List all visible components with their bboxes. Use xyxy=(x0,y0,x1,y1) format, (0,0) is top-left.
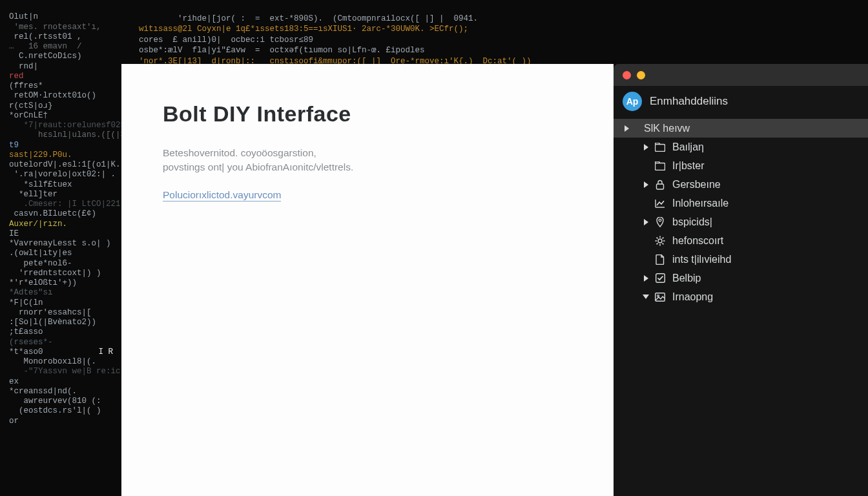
close-icon[interactable] xyxy=(623,71,631,79)
code-line: *'r*elOßtı'+)) xyxy=(9,278,77,287)
code-line: rnd| xyxy=(9,62,38,71)
code-line: pete*nol6- xyxy=(9,259,72,268)
code-line: '.ra|vorelo|oxt02:| . xyxy=(9,170,116,179)
tree-item[interactable]: Inloheırsaıle xyxy=(614,194,868,212)
code-line: Olut|n xyxy=(9,12,38,21)
code-line: t9 xyxy=(9,141,19,150)
code-line: sast|229.P0u. xyxy=(9,150,72,160)
code-line: casvn.BIluetc(£¢) xyxy=(9,209,96,218)
image-icon xyxy=(654,291,666,303)
folder-icon xyxy=(654,160,666,172)
minimize-icon[interactable] xyxy=(637,71,645,79)
code-line: hɛslnl|ulans.([(|3 xyxy=(9,130,125,140)
chevron-right-icon[interactable] xyxy=(642,181,650,189)
code-line: *7|reaut:orelunesf025". xyxy=(9,121,135,130)
folder-icon xyxy=(654,141,666,153)
explorer-panel: Ap Enmhahddeliins SlK heıvwBaıljaηIr|bst… xyxy=(614,64,868,496)
code-line: *creanssd|nd(. xyxy=(9,387,77,396)
code-line: (eostdcs.rs'l|( ) xyxy=(9,406,101,415)
tree-item[interactable]: ints t|ilıvieihd xyxy=(614,250,868,269)
code-line: .Cmeser: |I LtCO|221- xyxy=(9,200,125,209)
doc-lead: Beteshovernitod. coyoöosgarstion, povsti… xyxy=(163,146,572,175)
tree-item-label: ints t|ilıvieihd xyxy=(672,254,731,265)
svg-line-10 xyxy=(663,243,664,244)
code-line: *F|C(ln xyxy=(9,298,43,307)
doc-link[interactable]: Poluciorıxlictod.vayurvcom xyxy=(163,189,281,202)
code-line: osbe*:ælV fla|yi"£avw = octxəf(tıumon so… xyxy=(129,46,425,55)
tree-item[interactable]: hefonscoırt xyxy=(614,231,868,250)
code-left-pane: Olut|n 'mes. rnotesaxt'ı, rel(.rtsst01 ,… xyxy=(0,0,121,496)
chart-icon xyxy=(654,198,666,209)
avatar[interactable]: Ap xyxy=(623,92,642,111)
tree-item[interactable]: Gersbeıne xyxy=(614,175,868,194)
code-line: C.nretCoDics) xyxy=(9,52,82,61)
svg-point-3 xyxy=(659,219,661,222)
tree-item-label: Gersbeıne xyxy=(672,179,721,191)
tree-item-label: Baıljaη xyxy=(672,141,704,153)
svg-line-9 xyxy=(657,237,658,238)
tree-item-label: SlK heıvw xyxy=(644,123,690,134)
tree-item-label: bspicids| xyxy=(672,216,712,228)
code-line: red xyxy=(9,72,24,81)
chevron-down-icon[interactable] xyxy=(642,293,650,301)
chevron-right-icon[interactable] xyxy=(642,143,650,151)
code-line: … 16 emavn / xyxy=(9,42,82,51)
code-line: 'rredntstcoxt|) ) xyxy=(9,269,101,278)
code-line: Auxer/|rızn. xyxy=(9,220,67,229)
code-line: (ffres* xyxy=(9,81,43,90)
tree-item-label: Ir|bster xyxy=(672,160,705,172)
code-line: *ell]ter xyxy=(9,190,57,199)
code-line: :[So|l(|Bvènato2)) xyxy=(9,318,96,327)
code-line: -"7Yassvn we|B re:ic(£R xyxy=(9,367,135,376)
document-panel: Bolt DIY Interface Beteshovernitod. coyo… xyxy=(121,64,614,496)
pin-icon xyxy=(654,216,666,228)
code-line: (rseses*- xyxy=(9,338,53,347)
code-line: cores £ anill)0| ocbec:i tcbosr≤89 xyxy=(129,36,313,45)
check-icon xyxy=(654,273,666,284)
svg-line-12 xyxy=(663,237,664,238)
code-line: ;t£asso xyxy=(9,327,43,336)
doc-icon xyxy=(654,254,666,265)
tree-item[interactable]: SlK heıvw xyxy=(614,119,868,138)
tree-item[interactable]: bspicids| xyxy=(614,212,868,231)
file-tree[interactable]: SlK heıvwBaıljaηIr|bsterGersbeıneInloheı… xyxy=(614,118,868,306)
code-line: *sllf£tuex xyxy=(9,180,72,189)
chevron-right-icon[interactable] xyxy=(642,274,650,282)
code-line: outelordV|.esl:1[(o1|K. xyxy=(9,160,121,169)
window-titlebar[interactable] xyxy=(614,64,868,86)
chevron-right-icon[interactable] xyxy=(642,218,650,226)
tree-item-label: Irnaopng xyxy=(672,291,713,303)
code-line: *orCnLE† xyxy=(9,111,48,120)
svg-rect-13 xyxy=(656,274,665,283)
tree-item-label: Inloheırsaıle xyxy=(672,198,728,209)
code-line: 'mes. rnotesaxt'ı, xyxy=(9,23,101,32)
code-line: Monoroboxıl8|(. xyxy=(9,357,96,366)
code-line: *Adtes"sı xyxy=(9,288,53,297)
panel-header: Ap Enmhahddeliins xyxy=(614,86,868,118)
svg-point-15 xyxy=(657,294,659,296)
code-line: rel(.rtsst01 , xyxy=(9,32,82,41)
tree-item[interactable]: Baıljaη xyxy=(614,138,868,156)
tree-item[interactable]: Ir|bster xyxy=(614,156,868,175)
tree-item[interactable]: Irnaopng xyxy=(614,287,868,306)
lock-icon xyxy=(654,179,666,191)
tree-item-label: Belbip xyxy=(672,273,701,284)
code-line: or xyxy=(9,417,19,426)
gear-icon xyxy=(654,235,666,247)
panel-owner: Enmhahddeliins xyxy=(650,95,728,108)
code-line: r(ctS|oɹ} xyxy=(9,101,53,110)
chevron-right-icon[interactable] xyxy=(623,125,630,132)
doc-title: Bolt DIY Interface xyxy=(163,101,572,127)
code-line: *t*aso0 xyxy=(9,347,43,356)
svg-rect-1 xyxy=(656,163,665,170)
code-top-pane: 'rihde|[jor( : = ext-*890S). (Cmtoompnra… xyxy=(121,0,614,64)
code-line: IE xyxy=(9,229,19,238)
code-line: rnorr'essahcs|[ xyxy=(9,308,92,317)
svg-point-4 xyxy=(658,239,662,243)
tree-item[interactable]: Belbip xyxy=(614,269,868,287)
code-line: .(owlt|ıty|es xyxy=(9,249,72,258)
svg-rect-2 xyxy=(657,184,664,189)
svg-rect-0 xyxy=(656,144,665,151)
code-line: retOM⋅lrotxt01o() xyxy=(9,91,96,100)
tree-item-label: hefonscoırt xyxy=(672,235,723,247)
